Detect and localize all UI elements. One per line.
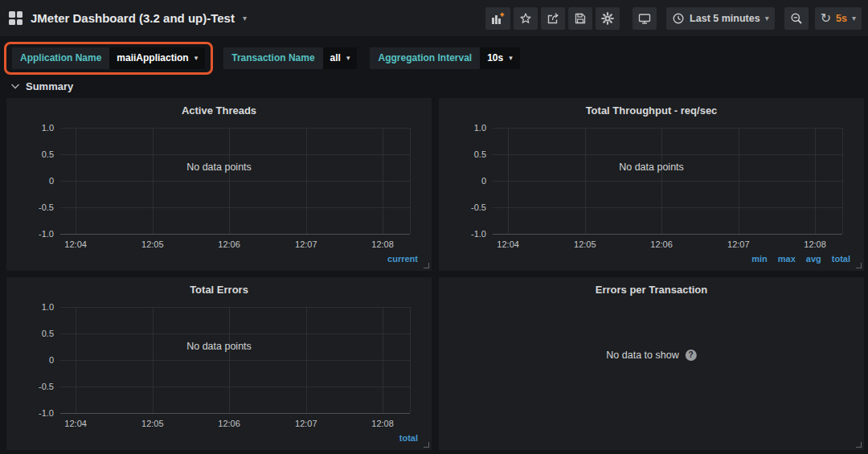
x-gridline (661, 128, 662, 234)
panel-resize-handle[interactable] (424, 442, 429, 448)
time-range-button[interactable]: Last 5 minutes ▾ (666, 7, 775, 30)
y-gridline (60, 207, 410, 208)
refresh-icon: ↻ (821, 12, 831, 25)
plot-area: 1.00.50-0.5-1.012:0412:0512:0612:0712:08 (60, 128, 410, 234)
x-gridline (585, 128, 586, 234)
panel-resize-handle[interactable] (856, 263, 862, 268)
y-gridline (493, 181, 842, 182)
add-panel-button[interactable] (485, 7, 510, 30)
zoom-out-icon (790, 12, 803, 25)
x-axis-tick-label: 12:05 (141, 419, 164, 428)
x-gridline (153, 128, 154, 234)
x-gridline (383, 307, 383, 413)
transaction-name-dropdown[interactable]: all ▾ (323, 47, 358, 69)
legend-item-min[interactable]: min (751, 254, 768, 264)
x-axis-tick-label: 12:06 (218, 419, 240, 428)
panel-title[interactable]: Active Threads (6, 104, 432, 117)
variable-aggregation-interval: Aggregation Interval 10s ▾ (370, 47, 519, 69)
y-gridline (60, 234, 410, 235)
panel-title[interactable]: Total Throughput - req/sec (439, 104, 864, 117)
y-gridline (60, 181, 410, 182)
variable-value: all (330, 52, 341, 63)
y-gridline (60, 307, 410, 308)
x-gridline (229, 307, 230, 413)
y-gridline (60, 333, 410, 334)
y-axis-tick-label: 1.0 (42, 302, 54, 312)
dashboard-title[interactable]: JMeter Dashboard (3.2 and up)-Test (31, 11, 235, 25)
chevron-down-icon (10, 79, 20, 93)
panel-active-threads: Active Threads 1.00.50-0.5-1.012:0412:05… (6, 98, 432, 271)
caret-down-icon: ▾ (765, 14, 769, 22)
x-gridline (383, 128, 383, 234)
dashboard-grid: Active Threads 1.00.50-0.5-1.012:0412:05… (6, 98, 864, 450)
x-gridline (739, 128, 739, 234)
x-axis-tick-label: 12:08 (371, 419, 394, 428)
chevron-down-icon: ▾ (243, 14, 247, 22)
panel-total-errors: Total Errors 1.00.50-0.5-1.012:0412:0512… (6, 277, 432, 450)
legend-item-max[interactable]: max (778, 254, 796, 264)
y-gridline (493, 234, 842, 235)
tv-mode-button[interactable] (633, 7, 657, 30)
plot-area: 1.00.50-0.5-1.012:0412:0512:0612:0712:08 (493, 128, 842, 234)
panel-resize-handle[interactable] (856, 442, 862, 448)
x-axis-tick-label: 12:07 (295, 239, 317, 249)
no-data-message: No data points (186, 162, 252, 173)
caret-down-icon: ▾ (852, 14, 856, 22)
y-axis-tick-label: 0 (481, 176, 486, 186)
panel-errors-per-transaction: Errors per Transaction No data to show ? (439, 277, 864, 450)
panel-resize-handle[interactable] (424, 263, 429, 268)
legend-item-total[interactable]: total (399, 433, 418, 443)
y-axis-tick-label: -1.0 (39, 229, 54, 239)
legend-item-total[interactable]: total (832, 254, 850, 264)
x-axis-tick-label: 12:06 (650, 239, 673, 249)
panel-title[interactable]: Errors per Transaction (439, 284, 864, 296)
settings-button[interactable] (596, 7, 620, 30)
y-gridline (60, 413, 410, 414)
x-gridline (815, 128, 816, 234)
y-gridline (60, 128, 410, 129)
variable-application-name: Application Name maiiAppliaction ▾ (12, 47, 205, 69)
star-icon (519, 12, 532, 25)
star-button[interactable] (514, 7, 538, 30)
y-gridline (493, 207, 842, 208)
x-gridline (508, 128, 509, 234)
caret-down-icon: ▾ (194, 55, 199, 62)
y-gridline (60, 387, 410, 387)
zoom-out-button[interactable] (784, 7, 809, 30)
time-range-label: Last 5 minutes (690, 13, 760, 24)
row-header-summary[interactable]: Summary (10, 78, 73, 94)
y-axis-tick-label: 0.5 (42, 149, 54, 159)
panel-legend: minmaxavgtotal (751, 254, 850, 264)
dashboard-grid-icon[interactable] (9, 11, 23, 25)
refresh-interval-label[interactable]: 5s (836, 13, 847, 24)
panel-legend: current (387, 254, 418, 264)
y-axis-tick-label: 1.0 (474, 123, 486, 133)
variable-value: maiiAppliaction (117, 52, 188, 63)
navbar-toolbar: Last 5 minutes ▾ ↻ 5s ▾ (482, 7, 862, 30)
no-data-text: No data to show (606, 350, 678, 361)
y-axis-tick-label: -0.5 (471, 202, 486, 212)
help-icon[interactable]: ? (686, 350, 697, 361)
share-button[interactable] (541, 7, 565, 30)
save-icon (574, 12, 587, 25)
caret-down-icon: ▾ (346, 55, 350, 62)
legend-item-avg[interactable]: avg (806, 254, 821, 264)
y-axis-tick-label: 0 (49, 176, 54, 186)
x-gridline (410, 307, 411, 413)
x-gridline (76, 128, 76, 234)
panel-title[interactable]: Total Errors (6, 284, 432, 296)
no-data-message: No data to show ? (606, 350, 696, 361)
caret-down-icon: ▾ (509, 55, 513, 62)
navbar: JMeter Dashboard (3.2 and up)-Test ▾ (0, 0, 868, 36)
x-axis-tick-label: 12:08 (371, 239, 394, 249)
aggregation-interval-dropdown[interactable]: 10s ▾ (480, 47, 520, 69)
no-data-message: No data points (186, 341, 252, 352)
legend-item-current[interactable]: current (387, 254, 418, 264)
save-button[interactable] (568, 7, 592, 30)
refresh-button[interactable]: ↻ 5s ▾ (815, 7, 862, 30)
bar-chart-add-icon (491, 12, 505, 25)
x-gridline (76, 307, 76, 413)
monitor-icon (638, 12, 651, 25)
application-name-dropdown[interactable]: maiiAppliaction ▾ (109, 47, 205, 69)
y-axis-tick-label: -1.0 (39, 408, 54, 418)
